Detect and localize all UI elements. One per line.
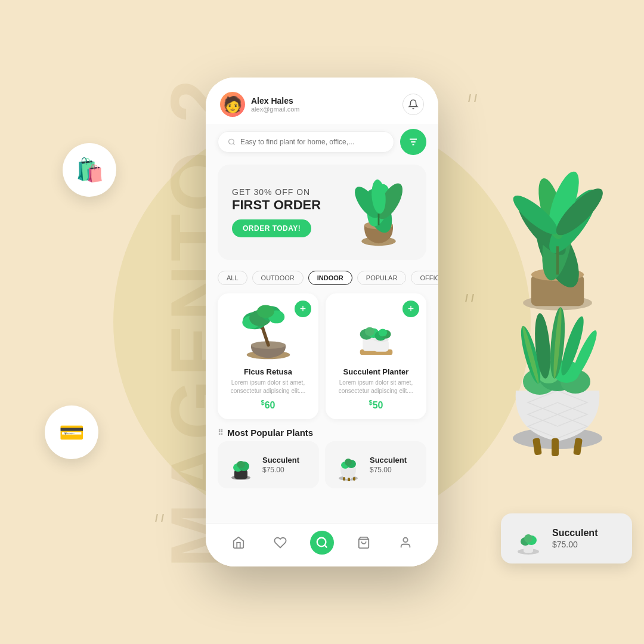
search-input-wrapper[interactable]	[218, 131, 394, 153]
popular-name-1: Succulent	[262, 456, 299, 465]
user-icon	[399, 536, 412, 549]
tab-popular[interactable]: POPULAR	[357, 271, 407, 285]
svg-point-32	[524, 534, 532, 543]
bottom-navigation	[206, 523, 438, 566]
popular-name-2: Succulent	[370, 456, 407, 465]
payment-icon-circle: 💳	[45, 405, 98, 459]
popular-section-title: Most Popular Plants	[206, 422, 438, 441]
svg-point-52	[256, 305, 274, 318]
tab-office[interactable]: OFFICE	[411, 271, 438, 285]
product-price-value-2: 50	[373, 400, 383, 410]
popular-price-2: $75.00	[370, 466, 407, 474]
cart-icon	[357, 536, 370, 549]
nav-wishlist[interactable]	[268, 531, 292, 555]
filter-button[interactable]	[400, 129, 426, 155]
svg-point-33	[229, 139, 234, 144]
svg-point-75	[345, 459, 352, 466]
svg-rect-70	[343, 477, 345, 481]
svg-point-60	[364, 327, 374, 336]
banner-title: FIRST ORDER	[232, 198, 343, 212]
popular-plant-image-2	[332, 448, 365, 481]
product-card-1: +	[218, 293, 318, 419]
product-desc-1: Lorem ipsum dolor sit amet, consectetur …	[226, 379, 310, 395]
product-name-2: Succulent Planter	[334, 367, 418, 376]
popular-card-2[interactable]: Succulent $75.00	[325, 441, 426, 488]
popular-price-1: $75.00	[262, 466, 299, 474]
floating-card-info: Succulent $75.00	[552, 528, 597, 549]
svg-point-63	[378, 329, 387, 336]
dash-decor: / /	[468, 92, 477, 105]
popular-plant-image-1	[225, 448, 258, 481]
product-price-value-1: 60	[265, 400, 275, 410]
search-bar	[218, 129, 426, 155]
popular-card-2-info: Succulent $75.00	[370, 456, 407, 474]
svg-rect-14	[552, 438, 559, 456]
popular-card-1-info: Succulent $75.00	[262, 456, 299, 474]
order-today-button[interactable]: ORDER TODAY!	[232, 219, 311, 237]
add-to-cart-button-2[interactable]: +	[402, 301, 419, 317]
nav-search[interactable]	[310, 531, 334, 555]
floating-card-name: Succulent	[552, 528, 597, 538]
add-to-cart-button-1[interactable]: +	[295, 301, 311, 317]
filter-icon	[408, 137, 419, 147]
product-price-2: $50	[334, 399, 418, 411]
popular-plants-row: Succulent $75.00	[206, 441, 438, 498]
bell-icon	[408, 99, 419, 110]
tab-outdoor[interactable]: OUTDOOR	[252, 271, 304, 285]
product-name-1: Ficus Retusa	[226, 367, 310, 376]
user-email: alex@gmail.com	[251, 106, 299, 113]
payment-icon: 💳	[59, 420, 84, 444]
tab-all[interactable]: ALL	[218, 271, 247, 285]
category-tabs: ALL OUTDOOR INDOOR POPULAR OFFICE G...	[206, 265, 438, 291]
floating-card-plant-image	[510, 521, 546, 556]
product-card-2: +	[326, 293, 426, 419]
shopping-bag-icon: 🛍️	[76, 157, 104, 183]
app-header: 🧑 Alex Hales alex@gmail.com	[206, 78, 438, 124]
shopping-bag-icon-circle: 🛍️	[63, 143, 116, 197]
search-nav-icon	[315, 536, 329, 549]
home-icon	[232, 536, 245, 549]
svg-point-76	[317, 538, 326, 547]
notification-button[interactable]	[402, 94, 424, 115]
dash-decor-2: / /	[465, 292, 474, 305]
svg-point-78	[403, 538, 407, 542]
user-name: Alex Hales	[251, 96, 299, 106]
banner-text: GET 30% OFF ON FIRST ORDER ORDER TODAY!	[232, 187, 343, 237]
user-info: 🧑 Alex Hales alex@gmail.com	[220, 92, 299, 117]
promo-banner: GET 30% OFF ON FIRST ORDER ORDER TODAY!	[218, 165, 426, 260]
products-grid: +	[206, 291, 438, 422]
nav-home[interactable]	[227, 531, 250, 555]
heart-icon	[274, 536, 287, 549]
tab-indoor[interactable]: INDOOR	[308, 271, 352, 285]
search-icon	[228, 138, 236, 146]
product-desc-2: Lorem ipsum dolor sit amet, consectetur …	[334, 379, 418, 395]
nav-cart[interactable]	[352, 531, 376, 555]
floating-card-price: $75.00	[552, 540, 597, 549]
popular-card-1[interactable]: Succulent $75.00	[218, 441, 319, 488]
svg-rect-72	[353, 477, 355, 481]
decorative-plant-pot-right	[480, 268, 635, 459]
nav-profile[interactable]	[394, 531, 417, 555]
banner-discount-text: GET 30% OFF ON	[232, 187, 343, 197]
avatar: 🧑	[220, 92, 245, 117]
search-input[interactable]	[240, 138, 384, 146]
svg-point-68	[237, 461, 245, 468]
svg-rect-71	[348, 478, 350, 481]
banner-plant-image	[343, 177, 414, 248]
product-price-1: $60	[226, 399, 310, 411]
user-details: Alex Hales alex@gmail.com	[251, 96, 299, 113]
floating-product-card: Succulent $75.00	[501, 513, 632, 564]
phone-mockup: 🧑 Alex Hales alex@gmail.com	[206, 78, 438, 566]
